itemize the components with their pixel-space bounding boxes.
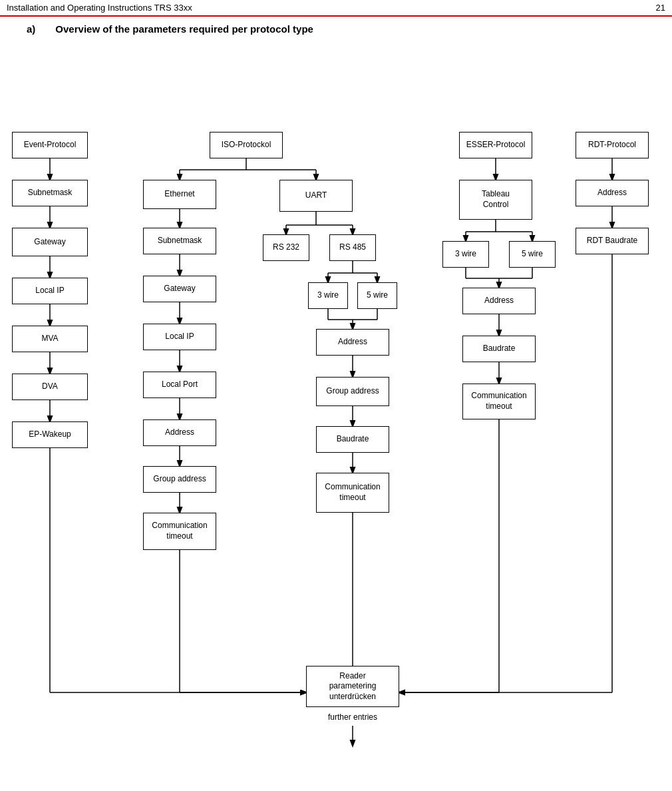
local-ip1-box: Local IP xyxy=(12,278,88,304)
section-title: Overview of the parameters required per … xyxy=(55,23,313,35)
gateway2-box: Gateway xyxy=(143,276,216,302)
local-port-box: Local Port xyxy=(143,372,216,398)
section-label: a) xyxy=(27,23,35,35)
rdt-protocol-box: RDT-Protocol xyxy=(576,132,649,158)
iso-protocol-box: ISO-Protockol xyxy=(210,132,283,158)
wire5-uart-box: 5 wire xyxy=(357,282,397,309)
gateway1-box: Gateway xyxy=(12,228,88,256)
group-address2-box: Group address xyxy=(143,466,216,493)
uart-box: UART xyxy=(279,180,353,212)
header-title: Installation and Operating Instructions … xyxy=(7,3,192,13)
ep-wakeup-box: EP-Wakeup xyxy=(12,421,88,448)
rs485-box: RS 485 xyxy=(329,234,376,261)
further-entries-text: further entries xyxy=(306,712,399,722)
page-number: 21 xyxy=(656,3,665,13)
address-rdt-box: Address xyxy=(576,180,649,206)
subnetmask1-box: Subnetmask xyxy=(12,180,88,206)
wire3-uart-box: 3 wire xyxy=(308,282,348,309)
address-esser-box: Address xyxy=(462,288,536,314)
rs232-box: RS 232 xyxy=(263,234,309,261)
rdt-baudrate-box: RDT Baudrate xyxy=(576,228,649,254)
subnetmask2-box: Subnetmask xyxy=(143,228,216,254)
mva-box: MVA xyxy=(12,326,88,352)
ethernet-box: Ethernet xyxy=(143,180,216,209)
comm-timeout2-box: Communication timeout xyxy=(143,513,216,550)
dva-box: DVA xyxy=(12,374,88,400)
baudrate-esser-box: Baudrate xyxy=(462,336,536,362)
page-header: Installation and Operating Instructions … xyxy=(0,0,672,17)
esser-protocol-box: ESSER-Protocol xyxy=(459,132,532,158)
reader-param-box: Reader parametering unterdrücken xyxy=(306,666,399,707)
address-uart-box: Address xyxy=(316,329,389,356)
local-ip2-box: Local IP xyxy=(143,324,216,350)
wire3-esser-box: 3 wire xyxy=(442,241,489,268)
address2-box: Address xyxy=(143,419,216,446)
baudrate-uart-box: Baudrate xyxy=(316,426,389,453)
diagram-area: Event-Protocol Subnetmask Gateway Local … xyxy=(0,47,672,766)
event-protocol-box: Event-Protocol xyxy=(12,132,88,158)
diagram-arrows xyxy=(0,47,672,766)
wire5-esser-box: 5 wire xyxy=(509,241,556,268)
comm-timeout-uart-box: Communication timeout xyxy=(316,473,389,513)
tableau-control-box: Tableau Control xyxy=(459,180,532,220)
comm-timeout-esser-box: Communication timeout xyxy=(462,384,536,419)
group-address-uart-box: Group address xyxy=(316,377,389,406)
